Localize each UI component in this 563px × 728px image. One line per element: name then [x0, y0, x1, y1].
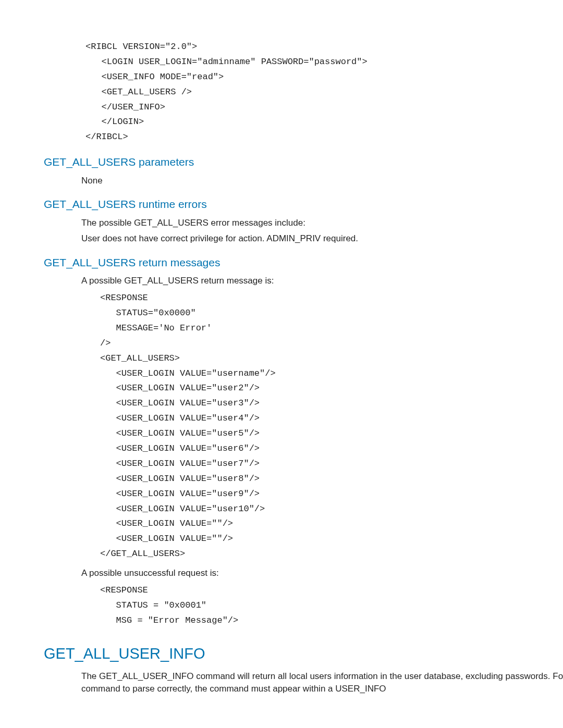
return-intro: A possible GET_ALL_USERS return message …	[81, 275, 563, 288]
heading-get-all-users-runtime-errors: GET_ALL_USERS runtime errors	[44, 196, 563, 212]
runtime-line1: The possible GET_ALL_USERS error message…	[81, 217, 563, 230]
allinfo-body: The GET_ALL_USER_INFO command will retur…	[81, 670, 563, 696]
code-ribcl-example: <RIBCL VERSION="2.0"> <LOGIN USER_LOGIN=…	[85, 40, 563, 145]
code-return-success: <RESPONSE STATUS="0x0000" MESSAGE='No Er…	[100, 291, 563, 562]
return-fail-intro: A possible unsuccessful request is:	[81, 567, 563, 580]
code-return-fail: <RESPONSE STATUS = "0x0001" MSG = "Error…	[100, 583, 563, 628]
heading-get-all-user-info: GET_ALL_USER_INFO	[44, 643, 563, 664]
params-body: None	[81, 175, 563, 188]
heading-get-all-users-return-messages: GET_ALL_USERS return messages	[44, 255, 563, 270]
runtime-line2: User does not have correct privilege for…	[81, 232, 563, 245]
heading-get-all-users-parameters: GET_ALL_USERS parameters	[44, 154, 563, 170]
